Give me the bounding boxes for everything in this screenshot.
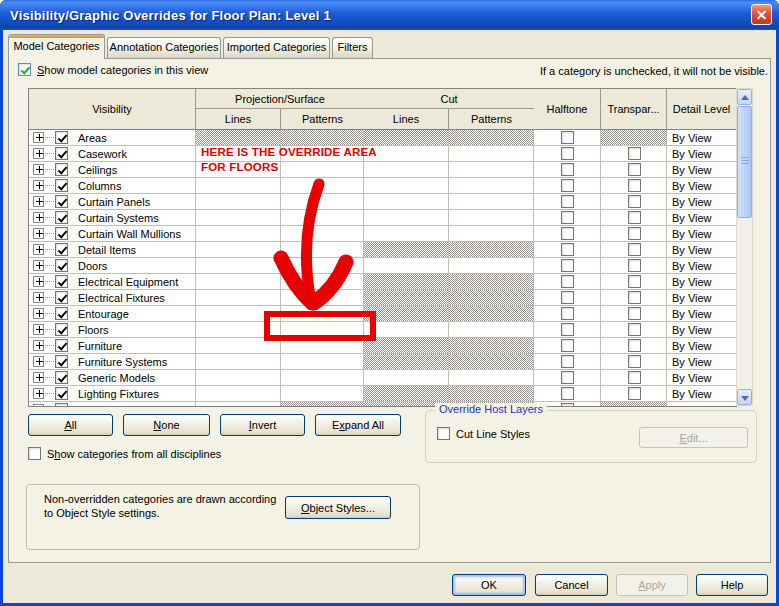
projection-patterns-cell[interactable]: [281, 242, 364, 257]
expand-plus-icon[interactable]: [33, 308, 44, 319]
cut-patterns-cell[interactable]: [449, 130, 534, 145]
expand-plus-icon[interactable]: [33, 388, 44, 399]
category-visibility-checkbox[interactable]: [55, 275, 68, 288]
halftone-checkbox[interactable]: [561, 323, 574, 336]
projection-lines-cell[interactable]: [196, 210, 281, 225]
expand-plus-icon[interactable]: [33, 180, 44, 191]
cut-patterns-cell[interactable]: [449, 290, 534, 305]
detail-level-cell[interactable]: By View: [667, 306, 736, 321]
category-visibility-checkbox[interactable]: [55, 131, 68, 144]
expand-plus-icon[interactable]: [33, 372, 44, 383]
transparent-checkbox[interactable]: [628, 355, 641, 368]
expand-plus-icon[interactable]: [33, 244, 44, 255]
expand-plus-icon[interactable]: [33, 260, 44, 271]
halftone-checkbox[interactable]: [561, 211, 574, 224]
projection-lines-cell[interactable]: [196, 178, 281, 193]
transparent-checkbox[interactable]: [628, 275, 641, 288]
category-visibility-checkbox[interactable]: [55, 291, 68, 304]
category-visibility-checkbox[interactable]: [55, 371, 68, 384]
category-visibility-checkbox[interactable]: [55, 163, 68, 176]
tab-annotation-categories[interactable]: Annotation Categories: [107, 37, 221, 58]
scroll-down-button[interactable]: [737, 389, 752, 405]
detail-level-cell[interactable]: By View: [667, 370, 736, 385]
projection-patterns-cell[interactable]: [281, 290, 364, 305]
cut-patterns-cell[interactable]: [449, 146, 534, 161]
cut-patterns-cell[interactable]: [449, 386, 534, 401]
cut-lines-cell[interactable]: [364, 386, 449, 401]
tab-imported-categories[interactable]: Imported Categories: [223, 37, 330, 58]
expand-plus-icon[interactable]: [33, 356, 44, 367]
cut-patterns-cell[interactable]: [449, 274, 534, 289]
cut-patterns-cell[interactable]: [449, 370, 534, 385]
table-scrollbar[interactable]: [736, 88, 753, 406]
transparent-checkbox[interactable]: [628, 227, 641, 240]
transparent-checkbox[interactable]: [628, 387, 641, 400]
transparent-checkbox[interactable]: [628, 211, 641, 224]
none-button[interactable]: None: [123, 414, 210, 436]
halftone-checkbox[interactable]: [561, 339, 574, 352]
expand-plus-icon[interactable]: [33, 292, 44, 303]
category-visibility-checkbox[interactable]: [55, 195, 68, 208]
category-visibility-checkbox[interactable]: [55, 243, 68, 256]
cut-patterns-cell[interactable]: [449, 226, 534, 241]
expand-plus-icon[interactable]: [33, 276, 44, 287]
expand-plus-icon[interactable]: [33, 324, 44, 335]
halftone-checkbox[interactable]: [561, 131, 574, 144]
transparent-checkbox[interactable]: [628, 307, 641, 320]
projection-lines-cell[interactable]: [196, 290, 281, 305]
cut-lines-cell[interactable]: [364, 194, 449, 209]
detail-level-cell[interactable]: By View: [667, 322, 736, 337]
halftone-checkbox[interactable]: [561, 371, 574, 384]
show-model-categories-checkbox[interactable]: [18, 63, 31, 76]
category-visibility-checkbox[interactable]: [55, 211, 68, 224]
titlebar[interactable]: Visibility/Graphic Overrides for Floor P…: [0, 0, 779, 30]
category-visibility-checkbox[interactable]: [55, 259, 68, 272]
help-button[interactable]: Help: [696, 574, 768, 596]
invert-button[interactable]: Invert: [220, 414, 305, 436]
cut-patterns-cell[interactable]: [449, 194, 534, 209]
edit-button[interactable]: Edit...: [639, 427, 748, 448]
expand-plus-icon[interactable]: [33, 228, 44, 239]
transparent-checkbox[interactable]: [628, 243, 641, 256]
cut-patterns-cell[interactable]: [449, 306, 534, 321]
halftone-checkbox[interactable]: [561, 163, 574, 176]
cut-line-styles-checkbox[interactable]: [437, 427, 450, 440]
projection-patterns-cell[interactable]: [281, 370, 364, 385]
projection-patterns-cell[interactable]: [281, 258, 364, 273]
detail-level-cell[interactable]: By View: [667, 386, 736, 401]
transparent-checkbox[interactable]: [628, 339, 641, 352]
transparent-checkbox[interactable]: [628, 179, 641, 192]
detail-level-cell[interactable]: By View: [667, 338, 736, 353]
cut-patterns-cell[interactable]: [449, 322, 534, 337]
show-all-disciplines-checkbox[interactable]: [28, 447, 41, 460]
projection-lines-cell[interactable]: [196, 258, 281, 273]
transparent-checkbox[interactable]: [628, 195, 641, 208]
detail-level-cell[interactable]: By View: [667, 290, 736, 305]
halftone-checkbox[interactable]: [561, 227, 574, 240]
detail-level-cell[interactable]: [667, 402, 736, 406]
halftone-checkbox[interactable]: [561, 275, 574, 288]
cut-lines-cell[interactable]: [364, 322, 449, 337]
projection-patterns-cell[interactable]: [281, 178, 364, 193]
expand-all-button[interactable]: Expand All: [315, 414, 401, 436]
cut-lines-cell[interactable]: [364, 290, 449, 305]
transparent-checkbox[interactable]: [628, 147, 641, 160]
projection-lines-cell[interactable]: [196, 386, 281, 401]
detail-level-cell[interactable]: By View: [667, 258, 736, 273]
cut-patterns-cell[interactable]: [449, 242, 534, 257]
expand-plus-icon[interactable]: [33, 212, 44, 223]
detail-level-cell[interactable]: By View: [667, 226, 736, 241]
expand-plus-icon[interactable]: [33, 340, 44, 351]
projection-patterns-cell[interactable]: [281, 162, 364, 177]
all-button[interactable]: All: [28, 414, 113, 436]
halftone-checkbox[interactable]: [561, 259, 574, 272]
category-visibility-checkbox[interactable]: [55, 323, 68, 336]
cut-lines-cell[interactable]: [364, 162, 449, 177]
projection-lines-cell[interactable]: [196, 194, 281, 209]
close-button[interactable]: [751, 4, 772, 25]
detail-level-cell[interactable]: By View: [667, 130, 736, 145]
apply-button[interactable]: Apply: [616, 574, 688, 596]
category-visibility-checkbox[interactable]: [55, 387, 68, 400]
projection-patterns-cell[interactable]: [281, 210, 364, 225]
projection-lines-cell[interactable]: [196, 242, 281, 257]
